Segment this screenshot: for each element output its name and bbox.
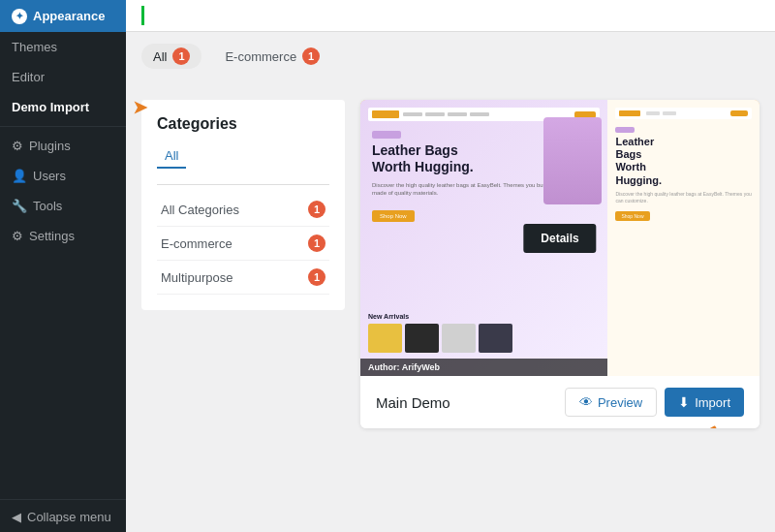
plugin-icon: ⚙ xyxy=(12,139,23,153)
demo-actions: 👁 Preview ⬇ Import xyxy=(565,388,744,417)
mock-new-arrivals-label: New Arrivals xyxy=(368,313,540,320)
mock-right-tag xyxy=(615,127,635,133)
demo-card-main: Leather BagsWorth Hugging. Discover the … xyxy=(360,100,760,428)
mock-shop-btn: Shop Now xyxy=(372,210,415,222)
sidebar-item-label: Demo Import xyxy=(12,100,89,114)
mock-site-secondary: LeatherBagsWorthHugging. Discover the hi… xyxy=(607,100,760,376)
preview-button[interactable]: 👁 Preview xyxy=(565,388,657,417)
filter-ecommerce-badge: 1 xyxy=(302,47,320,65)
green-bar-indicator xyxy=(141,6,144,25)
mock-nav-items xyxy=(403,112,571,116)
category-ecommerce-count: 1 xyxy=(308,235,326,252)
eye-icon: 👁 xyxy=(579,394,593,410)
mock-model-image xyxy=(543,117,602,204)
details-button[interactable]: Details xyxy=(523,224,596,253)
sidebar: ✦ Appearance Themes Editor Demo Import ➤… xyxy=(0,0,126,532)
collapse-label: Collapse menu xyxy=(27,510,111,524)
mock-right-navbar xyxy=(615,108,752,119)
mock-right-heading: LeatherBagsWorthHugging. xyxy=(615,136,752,187)
sidebar-item-editor[interactable]: Editor xyxy=(0,62,126,92)
mock-product-1 xyxy=(368,324,402,353)
mock-product-4 xyxy=(479,324,512,353)
categories-panel: Categories All All Categories 1 E-commer… xyxy=(141,100,345,310)
category-multipurpose-label: Multipurpose xyxy=(161,270,232,285)
category-multipurpose-count: 1 xyxy=(308,268,326,286)
sidebar-settings-label: Settings xyxy=(29,229,75,243)
content-area: Categories All All Categories 1 E-commer… xyxy=(126,84,775,532)
demos-panel: Leather BagsWorth Hugging. Discover the … xyxy=(360,100,760,516)
sidebar-header-label: Appearance xyxy=(33,9,105,23)
users-icon: 👤 xyxy=(12,169,27,183)
mock-nav-item xyxy=(448,112,467,116)
sidebar-item-users[interactable]: 👤 Users xyxy=(0,161,126,191)
import-button[interactable]: ⬇ Import xyxy=(665,388,744,417)
mock-product-3 xyxy=(442,324,476,353)
sidebar-item-demo-import[interactable]: Demo Import ➤ xyxy=(0,92,126,122)
mock-product-2 xyxy=(405,324,439,353)
sidebar-item-tools[interactable]: 🔧 Tools xyxy=(0,191,126,221)
tools-icon: 🔧 xyxy=(12,199,27,213)
filter-tabs: All 1 E-commerce 1 xyxy=(141,44,760,69)
sidebar-collapse-menu[interactable]: ◀ Collapse menu xyxy=(0,499,126,532)
category-ecommerce-label: E-commerce xyxy=(161,236,232,251)
category-all-label: All Categories xyxy=(161,203,239,217)
mock-right-desc: Discover the high quality leather bags a… xyxy=(615,191,752,204)
sidebar-plugins-section: ⚙ Plugins 👤 Users 🔧 Tools ⚙ Settings xyxy=(0,126,126,251)
filter-tab-ecommerce[interactable]: E-commerce 1 xyxy=(213,44,331,69)
mock-logo xyxy=(372,110,399,118)
filter-all-label: All xyxy=(153,49,167,64)
category-all-tab[interactable]: All xyxy=(157,144,186,169)
category-item-all[interactable]: All Categories 1 xyxy=(157,193,329,227)
sidebar-item-plugins[interactable]: ⚙ Plugins xyxy=(0,131,126,161)
mock-author-bar: Author: ArifyWeb xyxy=(360,359,607,376)
filter-all-badge: 1 xyxy=(172,47,190,65)
mock-products-list xyxy=(368,324,540,353)
mock-new-arrivals-section: New Arrivals xyxy=(368,313,540,353)
sidebar-item-label: Editor xyxy=(12,70,45,84)
filter-ecommerce-label: E-commerce xyxy=(225,49,296,64)
category-all-count: 1 xyxy=(308,201,326,218)
top-bar xyxy=(126,0,775,32)
sidebar-plugins-label: Plugins xyxy=(29,139,71,153)
import-icon: ⬇ xyxy=(678,394,690,410)
mock-right-shop-btn: Shop Now xyxy=(615,211,649,221)
sidebar-item-themes[interactable]: Themes xyxy=(0,32,126,62)
mock-nav-item xyxy=(403,112,422,116)
category-item-ecommerce[interactable]: E-commerce 1 xyxy=(157,227,329,261)
wordpress-icon: ✦ xyxy=(12,9,27,24)
mock-tag xyxy=(372,131,401,139)
mock-nav-item xyxy=(425,112,445,116)
filter-tab-all[interactable]: All 1 xyxy=(141,44,202,69)
mock-right-logo xyxy=(619,110,640,116)
import-label: Import xyxy=(695,395,730,410)
collapse-icon: ◀ xyxy=(12,510,21,524)
demo-card-footer: Main Demo 👁 Preview ⬇ Import xyxy=(360,376,760,428)
category-item-multipurpose[interactable]: Multipurpose 1 xyxy=(157,261,329,295)
sidebar-item-settings[interactable]: ⚙ Settings xyxy=(0,221,126,251)
demo-name: Main Demo xyxy=(376,394,450,411)
mock-right-cta-btn xyxy=(730,110,748,116)
settings-icon: ⚙ xyxy=(12,229,23,243)
sidebar-tools-label: Tools xyxy=(33,199,62,213)
mock-nav-item xyxy=(470,112,489,116)
sidebar-users-label: Users xyxy=(33,169,66,183)
demo-preview-image[interactable]: Leather BagsWorth Hugging. Discover the … xyxy=(360,100,760,376)
filter-tabs-container: All 1 E-commerce 1 xyxy=(126,32,775,84)
categories-title: Categories xyxy=(157,115,329,133)
sidebar-header[interactable]: ✦ Appearance xyxy=(0,0,126,32)
preview-label: Preview xyxy=(598,395,642,410)
main-content: All 1 E-commerce 1 Categories All All Ca… xyxy=(126,0,775,532)
mock-right-hero: LeatherBagsWorthHugging. Discover the hi… xyxy=(615,125,752,224)
sidebar-item-label: Themes xyxy=(12,40,57,54)
